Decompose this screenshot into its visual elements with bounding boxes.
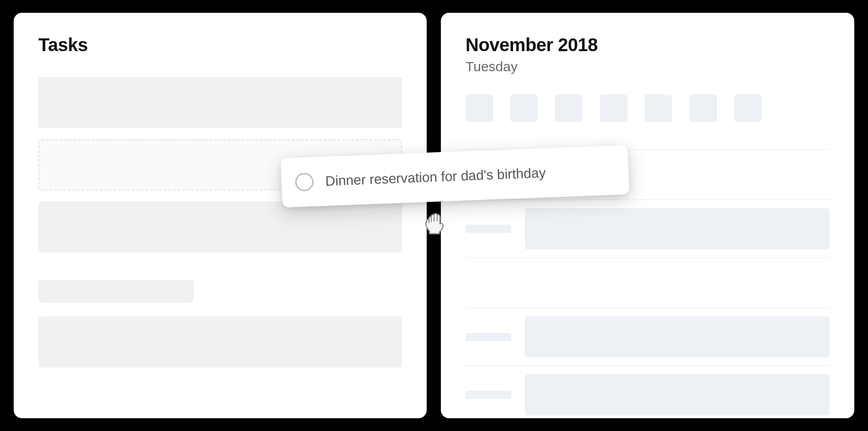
calendar-subtitle: Tuesday: [466, 59, 830, 74]
calendar-title: November 2018: [466, 35, 830, 55]
day-box[interactable]: [600, 95, 627, 122]
calendar-time-row[interactable]: [466, 308, 830, 366]
task-item-placeholder[interactable]: [38, 201, 402, 252]
calendar-event-placeholder[interactable]: [525, 208, 830, 249]
calendar-time-row[interactable]: [466, 258, 830, 308]
time-label: [466, 333, 511, 341]
calendar-panel: November 2018 Tuesday: [441, 13, 854, 418]
task-section-header-placeholder: [38, 280, 194, 303]
day-box[interactable]: [555, 95, 582, 122]
grab-cursor-icon: [420, 208, 449, 238]
day-box[interactable]: [510, 95, 538, 122]
tasks-title: Tasks: [38, 35, 402, 55]
day-box[interactable]: [734, 95, 762, 122]
task-text: Dinner reservation for dad's birthday: [325, 165, 546, 189]
day-box[interactable]: [645, 95, 672, 122]
calendar-time-row[interactable]: [466, 366, 830, 424]
time-label: [466, 391, 511, 399]
calendar-event-placeholder[interactable]: [525, 316, 830, 357]
calendar-time-row[interactable]: [466, 200, 830, 258]
task-item-placeholder[interactable]: [38, 77, 402, 128]
calendar-event-placeholder[interactable]: [525, 374, 830, 415]
day-box[interactable]: [466, 95, 493, 122]
day-box[interactable]: [689, 95, 717, 122]
week-day-strip: [466, 95, 830, 122]
task-item-placeholder[interactable]: [38, 316, 402, 368]
task-checkbox[interactable]: [295, 173, 314, 192]
time-label: [466, 225, 511, 233]
tasks-panel: Tasks: [14, 13, 427, 418]
